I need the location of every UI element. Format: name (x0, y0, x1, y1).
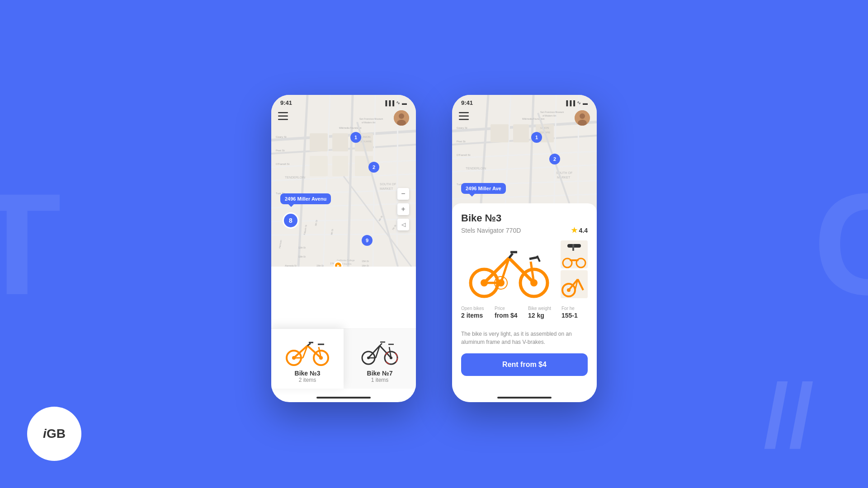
svg-rect-132 (572, 244, 574, 251)
bike-cards-strip: Bike №3 2 items (271, 328, 416, 389)
bike-3-items: 2 items (277, 377, 338, 383)
igb-logo: i GB (27, 407, 81, 461)
svg-rect-109 (459, 112, 469, 113)
status-icons-2: ▐▐▐ ∿ ▬ (565, 100, 588, 106)
map-pin-1[interactable]: 1 (350, 132, 361, 143)
signal-icon-2: ▐▐▐ (565, 100, 575, 106)
status-bar-2: 9:41 ▐▐▐ ∿ ▬ (452, 95, 597, 108)
svg-text:13th St: 13th St (298, 255, 306, 258)
status-bar-1: 9:41 ▐▐▐ ∿ ▬ (271, 95, 416, 108)
bike-3-image (277, 334, 338, 366)
svg-rect-50 (278, 116, 288, 117)
svg-text:of Modern Art: of Modern Art (362, 121, 376, 124)
svg-text:15th St: 15th St (362, 260, 369, 263)
bike-side-image-1 (561, 240, 588, 268)
bg-text-right: C (813, 161, 868, 327)
wifi-icon: ∿ (396, 100, 400, 106)
bike-3-name: Bike №3 (277, 370, 338, 377)
rating-value: 4.4 (579, 227, 588, 234)
zoom-plus[interactable]: + (397, 203, 409, 215)
navigate-icon[interactable]: ◁ (397, 219, 409, 230)
phone-map-view: 9:41 ▐▐▐ ∿ ▬ (271, 95, 416, 402)
home-indicator-2 (497, 397, 552, 399)
bike-images-row (461, 240, 588, 299)
signal-icon: ▐▐▐ (384, 100, 394, 106)
status-time-1: 9:41 (280, 99, 292, 106)
bike-7-name: Bike №7 (349, 370, 410, 377)
map-pin-8[interactable]: 8 (283, 212, 299, 229)
menu-button-2[interactable] (459, 112, 469, 122)
bg-text-left: T (0, 161, 57, 327)
stat-price-value: from $4 (495, 312, 521, 319)
svg-text:SOUTH OF: SOUTH OF (380, 183, 396, 186)
status-time-2: 9:41 (461, 99, 473, 106)
detail-rating: ★ 4.4 (571, 226, 588, 235)
svg-text:16th St: 16th St (362, 264, 369, 267)
location-label-2: 2496 Miller Ave (461, 183, 506, 194)
user-avatar-1[interactable] (394, 110, 409, 126)
svg-rect-14 (310, 133, 328, 151)
map-pin-2[interactable]: 2 (368, 162, 379, 173)
svg-line-125 (537, 256, 540, 262)
svg-rect-51 (278, 119, 288, 120)
logo-i: i (43, 427, 47, 441)
svg-point-53 (399, 113, 404, 119)
detail-description: The bike is very light, as it is assembl… (461, 330, 588, 346)
svg-text:Geary St: Geary St (457, 127, 467, 129)
phone-detail-view: 9:41 ▐▐▐ ∿ ▬ (452, 95, 597, 402)
svg-text:of Modern Art: of Modern Art (542, 114, 557, 117)
bike-main-image (461, 240, 557, 299)
stat-open-bikes-label: Open bikes (461, 306, 487, 311)
stats-row: Open bikes 2 items Price from $4 Bike we… (461, 306, 588, 324)
bike-card-3[interactable]: Bike №3 2 items (271, 328, 344, 389)
stat-weight: Bike weight 12 kg (528, 306, 554, 319)
zoom-minus[interactable]: − (397, 188, 409, 200)
map-pin-2-2[interactable]: 2 (549, 154, 560, 164)
map-pin-2-1[interactable]: 1 (531, 132, 542, 143)
bike-7-image (349, 334, 410, 366)
menu-button-1[interactable] (278, 112, 288, 122)
map-pin-9[interactable]: 9 (362, 235, 373, 246)
detail-panel: Bike №3 Stels Navigator 770D ★ 4.4 (452, 203, 597, 402)
logo-gb: GB (47, 427, 66, 441)
svg-point-128 (497, 279, 505, 286)
zoom-controls: − + ◁ (397, 188, 409, 230)
svg-text:MARKET: MARKET (380, 187, 393, 190)
svg-text:O'Farrell St: O'Farrell St (457, 154, 470, 156)
svg-line-77 (380, 343, 382, 346)
stat-open-bikes-value: 2 items (461, 312, 487, 319)
wifi-icon-2: ∿ (577, 100, 581, 106)
stat-weight-label: Bike weight (528, 306, 554, 311)
bike-side-images (561, 240, 588, 298)
svg-rect-17 (310, 156, 328, 176)
battery-icon-2: ▬ (583, 100, 588, 106)
svg-text:O'Farrell St: O'Farrell St (276, 163, 289, 165)
svg-text:San Francisco Museum: San Francisco Museum (540, 111, 564, 113)
svg-line-126 (509, 253, 513, 258)
svg-text:San Francisco Museum: San Francisco Museum (359, 117, 383, 120)
bike-parts-svg (561, 240, 588, 268)
svg-text:UNION: UNION (362, 136, 370, 138)
svg-rect-94 (513, 124, 529, 142)
bike-detail-main-svg (464, 240, 554, 299)
map-area-1[interactable]: Geary St Post St O'Farrell St TENDERLOIN… (271, 95, 416, 267)
status-icons-1: ▐▐▐ ∿ ▬ (384, 100, 407, 106)
svg-text:of the Arts: of the Arts (341, 263, 352, 265)
svg-text:UNION: UNION (540, 127, 549, 129)
svg-rect-93 (491, 124, 509, 142)
rent-button[interactable]: Rent from $4 (461, 353, 588, 376)
star-icon: ★ (571, 226, 577, 235)
stat-open-bikes: Open bikes 2 items (461, 306, 487, 319)
bg-slash-icon: // (764, 371, 814, 461)
svg-text:Post St: Post St (457, 140, 466, 143)
stat-height: For he 155-1 (561, 306, 588, 319)
user-avatar-2[interactable] (575, 110, 590, 126)
detail-bike-subtitle: Stels Navigator 770D (461, 227, 521, 234)
svg-text:12th St: 12th St (298, 246, 306, 249)
bike-card-7[interactable]: Bike №7 1 items (344, 328, 416, 389)
svg-point-113 (580, 113, 585, 119)
svg-text:Alameda St: Alameda St (285, 264, 297, 267)
battery-icon: ▬ (402, 100, 407, 106)
svg-rect-111 (459, 119, 469, 120)
svg-text:15th St: 15th St (316, 264, 324, 267)
